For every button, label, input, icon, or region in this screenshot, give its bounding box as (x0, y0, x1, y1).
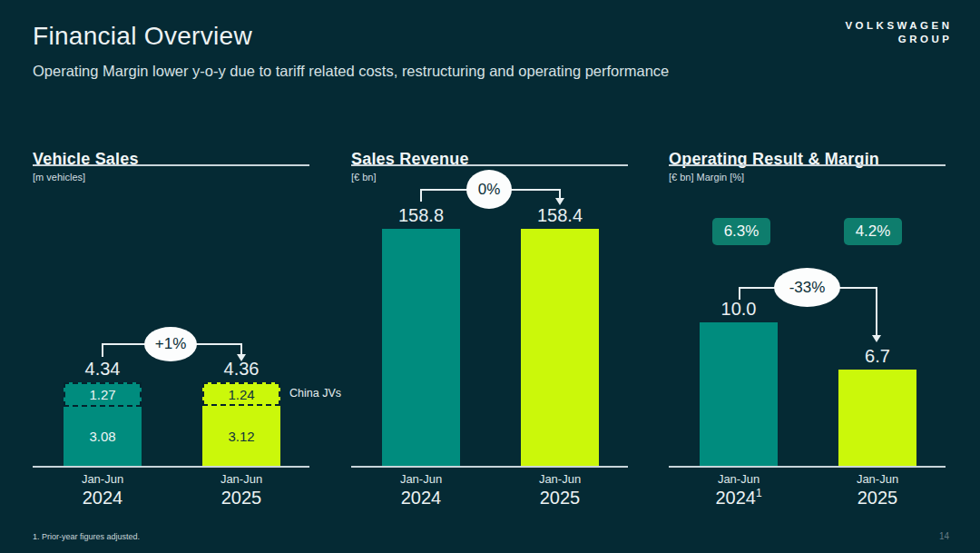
arrow-down-icon (872, 335, 881, 342)
plot-area: +1% 4.34 1.27 3.08 4.36 1.24 3.12 (33, 134, 309, 466)
side-note-china-jvs: China JVs (289, 387, 341, 400)
footnote: 1. Prior-year figures adjusted. (33, 532, 140, 541)
bar-total-label: 4.34 (85, 359, 121, 380)
bar-column-2024: 158.8 (382, 205, 460, 466)
bar-2025 (521, 229, 599, 466)
bar-2024 (700, 322, 778, 466)
change-badge: 0% (466, 170, 512, 209)
plot-area: 0% 158.8 158.4 (351, 134, 628, 466)
page-title: Financial Overview (33, 22, 252, 51)
bar-column-2025: 4.36 1.24 3.12 (202, 359, 280, 466)
x-axis-line (669, 466, 946, 468)
page-subtitle: Operating Margin lower y-o-y due to tari… (33, 63, 669, 80)
x-tick-label-2025: Jan-Jun 2025 (505, 472, 614, 509)
x-tick-label-2024: Jan-Jun 2024 (367, 472, 475, 509)
bar-segment-core: 3.12 (202, 406, 280, 466)
bracket-stub-left (739, 287, 740, 300)
bar-segment-china-jvs: 1.27 (64, 382, 142, 407)
margin-label: 4.2% (856, 222, 891, 241)
arrow-down-icon (555, 198, 564, 205)
year-label: 2025 (505, 487, 614, 509)
chart-panel-vehicle-sales: Vehicle Sales [m vehicles] +1% 4.34 1.27… (33, 134, 309, 534)
chart-panel-operating-result: Operating Result & Margin [€ bn] Margin … (669, 134, 946, 534)
period-label: Jan-Jun (367, 472, 475, 486)
bar-value-label: 158.4 (537, 205, 583, 226)
bar-value-label: 6.7 (865, 346, 890, 367)
year-label: 2024 (367, 487, 475, 509)
margin-label: 6.3% (724, 222, 760, 241)
bar-column-2025: 158.4 (521, 205, 599, 466)
bar-segment-china-jvs: 1.24 (202, 382, 280, 406)
bar-value-label: 10.0 (721, 299, 757, 320)
year-label: 2025 (823, 487, 932, 509)
bar-column-2024: 4.34 1.27 3.08 (64, 359, 142, 466)
bracket-stub-right (876, 287, 877, 335)
x-axis-line (351, 466, 628, 468)
chart-panel-sales-revenue: Sales Revenue [€ bn] 0% 158.8 158.4 Jan-… (351, 134, 628, 534)
x-tick-label-2025: Jan-Jun 2025 (187, 472, 296, 509)
period-label: Jan-Jun (187, 472, 296, 486)
bar-segment-label: 3.08 (89, 429, 115, 444)
plot-area: 6.3% 4.2% -33% 10.0 6.7 (669, 134, 946, 466)
bar-segment-label: 3.12 (228, 429, 254, 444)
bar-segment-core: 3.08 (64, 407, 142, 466)
bar-2024 (382, 229, 460, 466)
year-label: 2024 (48, 487, 157, 509)
bar-segment-label: 1.27 (89, 387, 115, 402)
bar-total-label: 4.36 (224, 359, 260, 380)
bar-value-label: 158.8 (398, 205, 444, 226)
x-tick-label-2025: Jan-Jun 2025 (823, 472, 932, 509)
logo-line-1: VOLKSWAGEN (845, 19, 952, 33)
slide: Financial Overview Operating Margin lowe… (0, 0, 980, 553)
bar-column-2024: 10.0 (700, 299, 778, 466)
bar-segment-label: 1.24 (228, 387, 254, 402)
bracket-stub-right (240, 343, 242, 354)
period-label: Jan-Jun (505, 472, 614, 486)
logo-line-2: GROUP (845, 33, 952, 46)
volkswagen-group-logo: VOLKSWAGEN GROUP (845, 19, 949, 46)
change-label: +1% (155, 335, 187, 353)
page-number: 14 (939, 531, 949, 541)
margin-badge-2024: 6.3% (712, 218, 770, 245)
bar-2025 (838, 370, 916, 466)
bracket-stub-right (559, 189, 561, 198)
margin-badge-2025: 4.2% (844, 218, 902, 245)
change-badge: +1% (144, 327, 197, 361)
change-badge: -33% (774, 268, 840, 307)
bracket-stub-left (420, 189, 422, 202)
x-axis-line (33, 466, 309, 468)
period-label: Jan-Jun (684, 472, 793, 486)
year-label: 2025 (187, 487, 296, 509)
period-label: Jan-Jun (48, 472, 157, 486)
x-tick-label-2024: Jan-Jun 2024 (48, 472, 157, 509)
x-tick-label-2024: Jan-Jun 20241 (684, 472, 793, 509)
change-label: -33% (789, 279, 826, 297)
change-label: 0% (478, 181, 501, 199)
year-label: 20241 (684, 487, 793, 509)
period-label: Jan-Jun (823, 472, 932, 486)
bracket-stub-left (102, 343, 103, 357)
bar-column-2025: 6.7 (838, 346, 916, 466)
